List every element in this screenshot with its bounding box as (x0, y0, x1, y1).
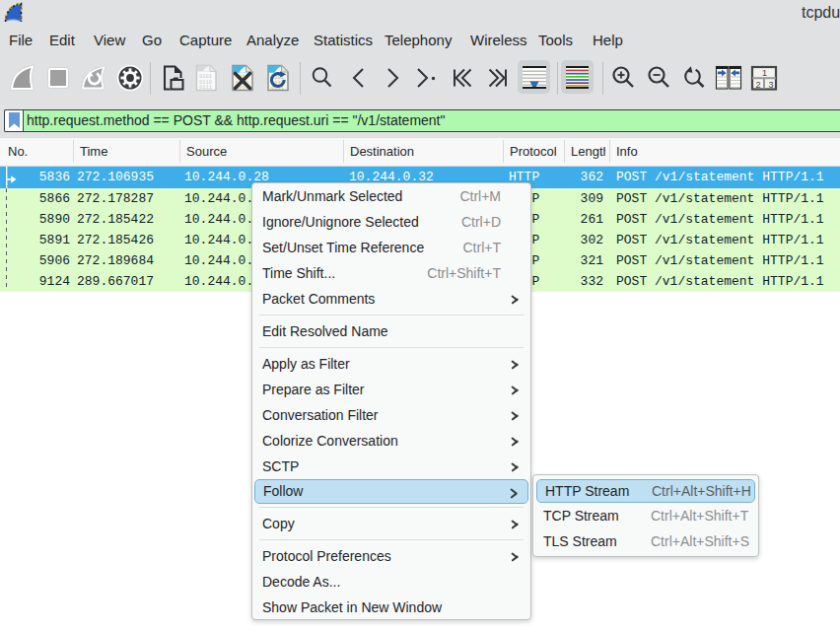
svg-text:0111: 0111 (199, 85, 212, 91)
svg-text:2: 2 (756, 80, 761, 90)
svg-text:1: 1 (762, 68, 767, 78)
svg-text:3: 3 (769, 80, 774, 90)
